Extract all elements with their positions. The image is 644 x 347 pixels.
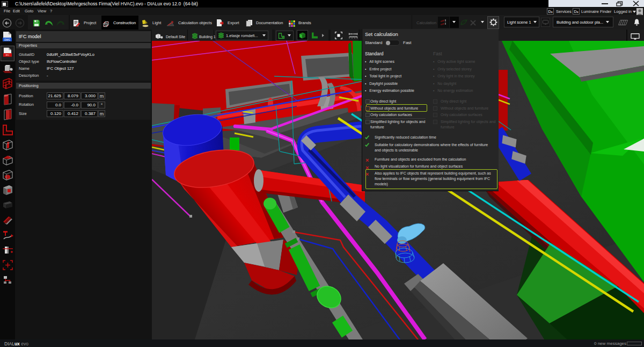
- svg-text:DWG: DWG: [4, 39, 10, 41]
- svg-text:IFC: IFC: [6, 54, 10, 56]
